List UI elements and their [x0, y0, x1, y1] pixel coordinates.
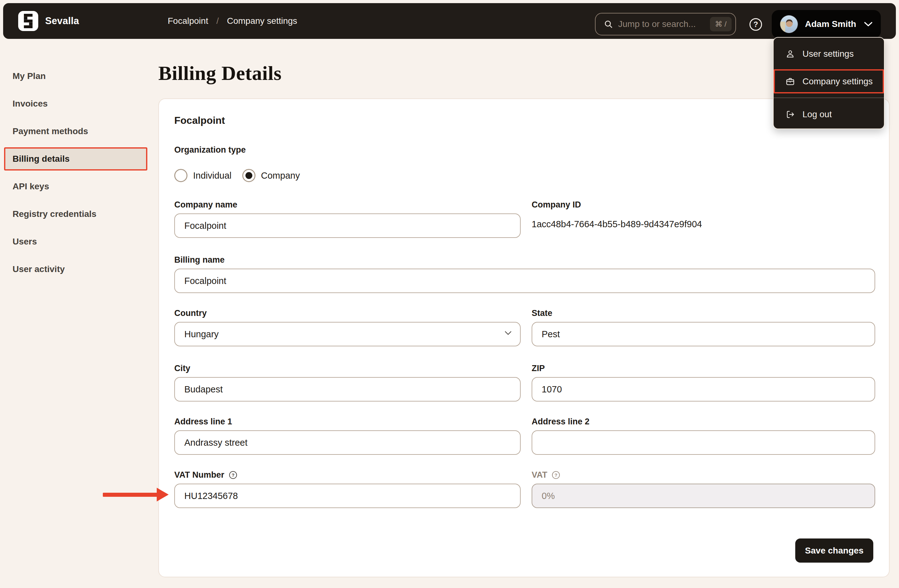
sidebar-item-billing-details[interactable]: Billing details — [4, 147, 147, 170]
zip-field: ZIP — [531, 363, 875, 401]
vat-number-input[interactable] — [174, 484, 521, 508]
user-menu-button[interactable]: Adam Smith — [772, 10, 881, 38]
billing-details-card: Focalpoint Organization type Individual … — [158, 99, 890, 577]
menu-item-user-settings[interactable]: User settings — [774, 41, 884, 67]
organization-type-label: Organization type — [174, 145, 246, 155]
search-placeholder: Jump to or search... — [618, 19, 710, 29]
zip-input[interactable] — [531, 377, 875, 401]
vat-field: VAT ? — [531, 470, 875, 508]
sidebar-item-registry-credentials[interactable]: Registry credentials — [0, 200, 150, 228]
page-title: Billing Details — [158, 60, 281, 86]
user-dropdown-menu: User settings Company settings Log out — [773, 37, 885, 129]
city-field: City — [174, 363, 521, 401]
svg-text:?: ? — [231, 472, 234, 478]
avatar — [780, 15, 798, 33]
address-line-2-field: Address line 2 — [531, 417, 875, 455]
sidebar-item-payment-methods[interactable]: Payment methods — [0, 117, 150, 145]
breadcrumb: Focalpoint / Company settings — [168, 16, 297, 26]
breadcrumb-project[interactable]: Focalpoint — [168, 16, 208, 26]
company-id-field: Company ID 1acc48b4-7664-4b55-b489-9d434… — [531, 200, 875, 230]
breadcrumb-separator: / — [216, 16, 219, 26]
company-id-value: 1acc48b4-7664-4b55-b489-9d4347e9f904 — [531, 219, 875, 230]
country-label: Country — [174, 308, 521, 318]
top-header: Sevalla Focalpoint / Company settings Ju… — [3, 3, 896, 39]
settings-sidebar: My Plan Invoices Payment methods Billing… — [0, 62, 150, 283]
company-heading: Focalpoint — [174, 115, 225, 126]
sevalla-logo-icon — [18, 11, 38, 31]
radio-circle-company[interactable] — [242, 169, 255, 182]
sidebar-item-invoices[interactable]: Invoices — [0, 90, 150, 117]
logo-s-glyph — [22, 14, 34, 28]
sidebar-item-user-activity[interactable]: User activity — [0, 255, 150, 283]
user-icon — [786, 49, 795, 59]
address-line-1-input[interactable] — [174, 431, 521, 455]
svg-text:?: ? — [555, 472, 557, 478]
menu-item-label: Company settings — [802, 77, 873, 86]
vat-input — [531, 484, 875, 508]
address-line-1-field: Address line 1 — [174, 417, 521, 455]
sidebar-item-api-keys[interactable]: API keys — [0, 173, 150, 200]
company-id-label: Company ID — [531, 200, 875, 210]
logout-icon — [786, 110, 795, 119]
brand[interactable]: Sevalla — [18, 11, 79, 31]
save-changes-button[interactable]: Save changes — [795, 539, 873, 563]
search-shortcut-badge: ⌘ / — [710, 17, 732, 31]
user-name: Adam Smith — [805, 19, 856, 29]
chevron-down-icon — [864, 21, 873, 27]
radio-individual[interactable]: Individual — [174, 169, 232, 182]
menu-divider — [774, 97, 884, 98]
city-label: City — [174, 363, 521, 373]
organization-type-group: Individual Company — [174, 169, 300, 182]
company-name-field: Company name — [174, 200, 521, 238]
sidebar-item-users[interactable]: Users — [0, 228, 150, 255]
menu-item-company-settings[interactable]: Company settings — [774, 69, 884, 93]
zip-label: ZIP — [531, 363, 875, 373]
vat-number-help-icon[interactable]: ? — [229, 471, 237, 479]
help-button[interactable]: ? — [749, 18, 762, 31]
address-line-1-label: Address line 1 — [174, 417, 521, 427]
search-icon — [604, 19, 613, 29]
vat-number-field: VAT Number ? — [174, 470, 521, 508]
state-field: State — [531, 308, 875, 346]
address-line-2-label: Address line 2 — [531, 417, 875, 427]
vat-help-icon[interactable]: ? — [552, 471, 560, 479]
global-search[interactable]: Jump to or search... ⌘ / — [595, 13, 736, 35]
country-field: Country — [174, 308, 521, 346]
menu-item-label: User settings — [802, 49, 854, 59]
state-input[interactable] — [531, 322, 875, 346]
svg-text:?: ? — [754, 20, 758, 29]
help-icon: ? — [749, 18, 762, 31]
billing-name-field: Billing name — [174, 255, 875, 293]
annotation-arrow — [103, 488, 168, 502]
state-label: State — [531, 308, 875, 318]
radio-circle-individual[interactable] — [174, 169, 187, 182]
city-input[interactable] — [174, 377, 521, 401]
company-name-label: Company name — [174, 200, 521, 210]
company-name-input[interactable] — [174, 213, 521, 238]
breadcrumb-current: Company settings — [227, 16, 297, 26]
page-root: Sevalla Focalpoint / Company settings Ju… — [0, 0, 899, 588]
brand-name: Sevalla — [45, 15, 79, 27]
sidebar-item-my-plan[interactable]: My Plan — [0, 62, 150, 90]
vat-number-label: VAT Number ? — [174, 470, 521, 480]
menu-item-log-out[interactable]: Log out — [774, 101, 884, 128]
address-line-2-input[interactable] — [531, 431, 875, 455]
billing-name-label: Billing name — [174, 255, 875, 265]
billing-name-input[interactable] — [174, 269, 875, 293]
country-select[interactable] — [174, 322, 521, 346]
briefcase-icon — [786, 77, 795, 86]
menu-item-label: Log out — [802, 110, 832, 119]
radio-company[interactable]: Company — [242, 169, 300, 182]
vat-label: VAT ? — [531, 470, 875, 480]
radio-label-company: Company — [261, 170, 300, 181]
radio-label-individual: Individual — [193, 170, 232, 181]
